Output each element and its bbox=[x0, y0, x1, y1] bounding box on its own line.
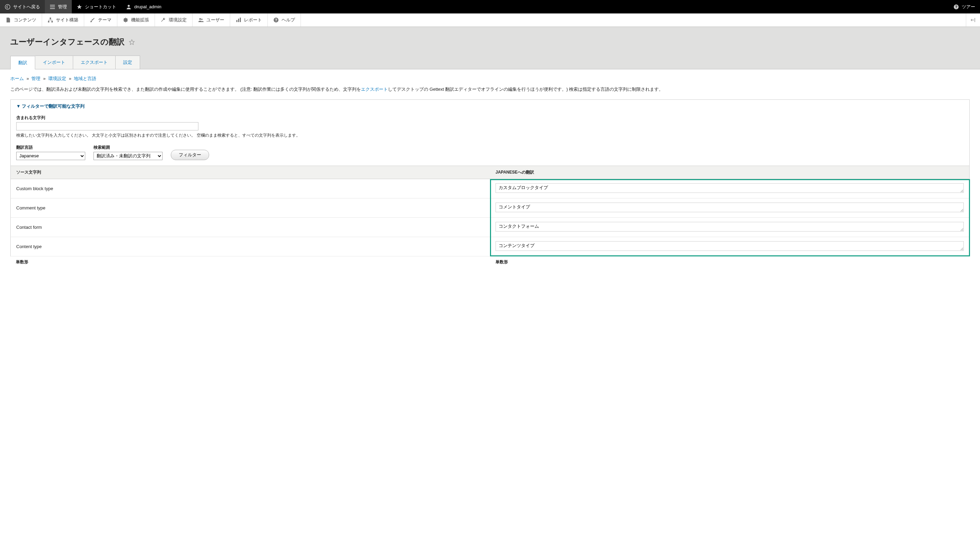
th-trans: JAPANESEへの翻訳 bbox=[490, 166, 969, 179]
translation-input[interactable] bbox=[496, 241, 964, 251]
svg-rect-9 bbox=[236, 20, 237, 22]
help-icon: ? bbox=[273, 17, 279, 23]
table-row: Contact form bbox=[11, 218, 969, 237]
table-row: Content type bbox=[11, 237, 969, 256]
table-header: ソース文字列 JAPANESEへの翻訳 bbox=[10, 166, 970, 179]
table-body: Custom block type Comment type Contact f… bbox=[10, 179, 970, 256]
translation-input[interactable] bbox=[496, 203, 964, 212]
content: ホーム » 管理 » 環境設定 » 地域と言語 このページでは、翻訳済みおよび未… bbox=[0, 69, 980, 274]
crumb-regional[interactable]: 地域と言語 bbox=[74, 76, 96, 81]
contains-help: 検索したい文字列を入力してください。 大文字と小文字は区別されますので注意してく… bbox=[16, 132, 964, 138]
contains-label: 含まれる文字列 bbox=[16, 115, 964, 121]
help-icon: ? bbox=[953, 4, 959, 10]
page-title: ユーザーインタフェースの翻訳 bbox=[10, 37, 124, 47]
nav-config[interactable]: 環境設定 bbox=[155, 13, 192, 27]
svg-rect-11 bbox=[240, 17, 241, 22]
source-cell: Content type bbox=[11, 237, 490, 256]
brush-icon bbox=[90, 17, 95, 23]
svg-point-8 bbox=[201, 19, 202, 20]
chevron-left-icon bbox=[5, 4, 10, 10]
nav-help[interactable]: ? ヘルプ bbox=[268, 13, 301, 27]
shortcuts-toggle[interactable]: ショートカット bbox=[72, 0, 121, 13]
manage-label: 管理 bbox=[58, 4, 67, 10]
crumb-home[interactable]: ホーム bbox=[10, 76, 24, 81]
nav-reports[interactable]: レポート bbox=[230, 13, 268, 27]
lang-label: 翻訳言語 bbox=[16, 145, 85, 151]
svg-text:?: ? bbox=[275, 18, 277, 22]
table-row: Custom block type bbox=[11, 179, 969, 199]
spacer bbox=[301, 13, 966, 27]
user-icon bbox=[126, 4, 132, 10]
document-icon bbox=[6, 17, 11, 23]
nav-people[interactable]: ユーザー bbox=[192, 13, 230, 27]
breadcrumb: ホーム » 管理 » 環境設定 » 地域と言語 bbox=[10, 76, 970, 82]
filter-button[interactable]: フィルター bbox=[171, 150, 209, 160]
svg-rect-6 bbox=[51, 21, 53, 22]
favorite-star-icon[interactable] bbox=[129, 39, 135, 45]
intro-text: このページでは、翻訳済みおよび未翻訳の文字列を検索でき、また翻訳の作成や編集に使… bbox=[10, 86, 970, 93]
table-row: Comment type bbox=[11, 199, 969, 218]
filter-fieldset: ▼ フィルターで翻訳可能な文字列 含まれる文字列 検索したい文字列を入力してくだ… bbox=[10, 99, 970, 166]
svg-text:?: ? bbox=[955, 5, 958, 9]
puzzle-icon bbox=[123, 17, 128, 23]
collapse-icon bbox=[970, 17, 976, 23]
crumb-admin[interactable]: 管理 bbox=[32, 76, 40, 81]
translation-input[interactable] bbox=[496, 222, 964, 232]
tab-export[interactable]: エクスポート bbox=[73, 56, 115, 69]
th-source: ソース文字列 bbox=[11, 166, 490, 179]
back-label: サイトへ戻る bbox=[13, 4, 40, 10]
tour-button[interactable]: ? ツアー bbox=[948, 0, 980, 13]
svg-rect-5 bbox=[48, 21, 49, 22]
source-cell: Custom block type bbox=[11, 179, 490, 198]
hamburger-icon bbox=[50, 4, 55, 10]
svg-point-0 bbox=[5, 5, 10, 9]
nav-structure[interactable]: サイト構築 bbox=[42, 13, 84, 27]
shortcuts-label: ショートカット bbox=[85, 4, 116, 10]
svg-point-7 bbox=[199, 18, 201, 20]
chart-icon bbox=[236, 17, 241, 23]
orientation-toggle[interactable] bbox=[966, 13, 980, 27]
page-header: ユーザーインタフェースの翻訳 翻訳 インポート エクスポート 設定 bbox=[0, 27, 980, 69]
wrench-icon bbox=[161, 17, 166, 23]
svg-point-1 bbox=[128, 5, 130, 7]
subhead-row: 単数形 単数形 bbox=[10, 256, 970, 268]
people-icon bbox=[198, 17, 204, 23]
hierarchy-icon bbox=[48, 17, 53, 23]
source-cell: Contact form bbox=[11, 218, 490, 237]
export-link[interactable]: エクスポート bbox=[361, 87, 388, 92]
manage-toggle[interactable]: 管理 bbox=[45, 0, 72, 13]
crumb-config[interactable]: 環境設定 bbox=[48, 76, 66, 81]
subhead-left: 単数形 bbox=[10, 256, 490, 268]
star-icon bbox=[76, 4, 82, 10]
scope-select[interactable]: 翻訳済み・未翻訳の文字列 bbox=[94, 152, 162, 160]
user-label: drupal_admin bbox=[134, 4, 161, 9]
tour-label: ツアー bbox=[962, 4, 975, 10]
contains-input[interactable] bbox=[16, 122, 199, 130]
filter-summary[interactable]: ▼ フィルターで翻訳可能な文字列 bbox=[11, 100, 969, 113]
nav-content[interactable]: コンテンツ bbox=[0, 13, 42, 27]
toolbar-admin: コンテンツ サイト構築 テーマ 機能拡張 環境設定 ユーザー レポート ? ヘル… bbox=[0, 13, 980, 27]
lang-select[interactable]: Japanese bbox=[16, 152, 85, 160]
subhead-right: 単数形 bbox=[490, 256, 970, 268]
svg-rect-10 bbox=[238, 19, 239, 22]
back-to-site[interactable]: サイトへ戻る bbox=[0, 0, 45, 13]
nav-extend[interactable]: 機能拡張 bbox=[117, 13, 155, 27]
svg-rect-4 bbox=[50, 17, 51, 19]
source-cell: Comment type bbox=[11, 199, 490, 218]
translation-input[interactable] bbox=[496, 183, 964, 193]
tab-import[interactable]: インポート bbox=[35, 56, 73, 69]
user-menu[interactable]: drupal_admin bbox=[121, 0, 166, 13]
tab-translate[interactable]: 翻訳 bbox=[10, 56, 35, 69]
scope-label: 検索範囲 bbox=[94, 145, 162, 151]
tabs: 翻訳 インポート エクスポート 設定 bbox=[10, 56, 970, 69]
tab-settings[interactable]: 設定 bbox=[115, 56, 140, 69]
nav-appearance[interactable]: テーマ bbox=[84, 13, 117, 27]
spacer bbox=[166, 0, 948, 13]
toolbar-top: サイトへ戻る 管理 ショートカット drupal_admin ? ツアー bbox=[0, 0, 980, 13]
